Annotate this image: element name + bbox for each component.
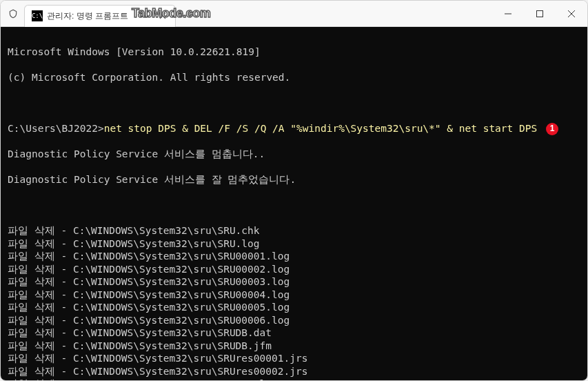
titlebar: C:\ 관리자: 명령 프롬프트 TabMode.com <box>1 1 587 27</box>
terminal-line: (c) Microsoft Corporation. All rights re… <box>8 71 580 84</box>
command-text: net stop DPS & DEL /F /S /Q /A "%windir%… <box>104 123 538 134</box>
shield-icon <box>8 8 19 19</box>
terminal-line: Diagnostic Policy Service 서비스를 잘 멈추었습니다. <box>8 173 580 186</box>
terminal-line: 파일 삭제 - C:\WINDOWS\System32\sru\SRU00006… <box>8 314 580 327</box>
terminal-line: Microsoft Windows [Version 10.0.22621.81… <box>8 46 580 59</box>
terminal-line: 파일 삭제 - C:\WINDOWS\System32\sru\SRU00004… <box>8 289 580 302</box>
terminal-line: 파일 삭제 - C:\WINDOWS\System32\sru\SRUres00… <box>8 352 580 365</box>
terminal-line: 파일 삭제 - C:\WINDOWS\System32\sru\SRUDB.jf… <box>8 340 580 353</box>
terminal-body[interactable]: Microsoft Windows [Version 10.0.22621.81… <box>1 27 587 380</box>
svg-rect-5 <box>537 10 543 17</box>
window-controls <box>492 1 587 26</box>
minimize-button[interactable] <box>492 1 524 26</box>
terminal-line: 파일 삭제 - C:\WINDOWS\System32\sru\SRU.log <box>8 237 580 251</box>
terminal-line: 파일 삭제 - C:\WINDOWS\System32\sru\SRUres00… <box>8 365 580 378</box>
terminal-line <box>8 199 580 212</box>
cmd-icon: C:\ <box>32 10 43 21</box>
terminal-line: 파일 삭제 - C:\WINDOWS\System32\sru\SRU00005… <box>8 301 580 314</box>
terminal-line: 파일 삭제 - C:\WINDOWS\System32\sru\SRUDB.da… <box>8 326 580 340</box>
terminal-line: 파일 삭제 - C:\WINDOWS\System32\sru\SRU00001… <box>8 250 580 263</box>
terminal-line: 파일 삭제 - C:\WINDOWS\System32\sru\SRU00002… <box>8 263 580 276</box>
tab-cmd[interactable]: C:\ 관리자: 명령 프롬프트 <box>24 5 176 27</box>
tab-title: 관리자: 명령 프롬프트 <box>47 10 128 22</box>
terminal-line: 파일 삭제 - C:\WINDOWS\System32\sru\SRU.chk <box>8 224 580 237</box>
terminal-line: Diagnostic Policy Service 서비스를 멈춥니다.. <box>8 148 580 161</box>
annotation-badge-1: 1 <box>546 123 558 135</box>
terminal-line <box>8 97 580 110</box>
tab-close-button[interactable] <box>157 10 168 21</box>
terminal-line: 파일 삭제 - C:\WINDOWS\System32\sru\SRU00003… <box>8 275 580 289</box>
terminal-line: C:\Users\BJ2022>net stop DPS & DEL /F /S… <box>8 122 580 135</box>
terminal-window: C:\ 관리자: 명령 프롬프트 TabMode.com <box>0 0 588 381</box>
close-button[interactable] <box>556 1 587 26</box>
terminal-line: 파일 삭제 - C:\WINDOWS\System32\sru\SRUtmp.l… <box>8 378 580 380</box>
maximize-button[interactable] <box>524 1 556 26</box>
new-tab-button[interactable] <box>180 4 199 23</box>
